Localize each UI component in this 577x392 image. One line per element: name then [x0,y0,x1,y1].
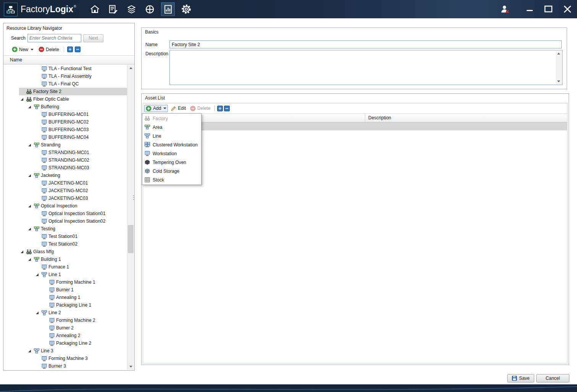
scrollbar-thumb[interactable] [128,225,134,253]
tree-item[interactable]: Test Station02 [4,240,127,248]
tree-item[interactable]: Forming Machine 2 [4,316,127,324]
delete-button[interactable]: Delete [37,46,61,53]
tree-item[interactable]: Packaging Line 2 [4,339,127,347]
tree-item[interactable]: Jacketing [4,172,127,179]
collapse-all-button[interactable] [75,47,81,52]
home-icon[interactable] [88,2,102,16]
tree-collapse-toggle-icon[interactable] [27,258,32,261]
document-stack-icon[interactable] [124,2,138,16]
add-menu-item-workstation[interactable]: Workstation [142,149,201,158]
expand-all-button[interactable] [217,106,223,111]
search-input[interactable] [27,34,81,42]
tree-item[interactable]: BUFFERING-MC01 [4,111,127,118]
tree-item[interactable]: Test Station01 [4,233,127,240]
tree-item[interactable]: Annealing 1 [4,294,127,301]
tree-item[interactable]: Factory Site 2 [4,88,127,95]
tree-item[interactable]: Furnace 1 [4,263,127,271]
tree-collapse-toggle-icon[interactable] [27,205,32,207]
target-icon[interactable] [143,2,156,16]
tree-item[interactable]: Line 1 [4,271,127,278]
tree-item[interactable]: TLA - Functional Test [4,65,127,72]
tree-collapse-toggle-icon[interactable] [34,312,40,314]
tree-item[interactable]: BUFFERING-MC02 [4,118,127,126]
tree-item[interactable]: Stranding [4,141,127,149]
add-menu: FactoryAreaLineClustered WorkstationWork… [142,113,201,185]
tree-item[interactable]: Glass Mfg [4,248,127,255]
scroll-up-icon[interactable] [556,51,562,56]
document-edit-icon[interactable] [106,2,120,16]
tree-item[interactable]: TLA - Final Assembly [4,72,127,80]
description-field[interactable] [169,50,562,85]
tree-item[interactable]: Line 3 [4,347,127,355]
titlebar-nav [88,0,193,18]
tree-item[interactable]: STRANDING-MC01 [4,149,127,156]
maximize-icon[interactable] [543,4,553,14]
tree-collapse-toggle-icon[interactable] [19,251,25,253]
report-icon[interactable] [161,2,175,16]
edit-button[interactable]: Edit [169,105,187,112]
panel-splitter[interactable] [132,193,135,202]
collapse-all-button[interactable] [224,106,230,111]
add-menu-item-tempering-oven[interactable]: Tempering Oven [142,158,201,167]
tree-column-header[interactable]: Name [3,55,134,64]
tree-collapse-toggle-icon[interactable] [27,350,32,352]
tree-item-label: Optical Inspection [41,203,77,209]
tree-item[interactable]: STRANDING-MC02 [4,156,127,164]
add-menu-item-clustered-workstation[interactable]: Clustered Workstation [142,140,201,149]
scroll-down-icon[interactable] [556,79,562,84]
tree-item[interactable]: Forming Machine 1 [4,278,127,286]
tree-item-label: Stranding [41,142,60,148]
tree-item[interactable]: JACKETING-MC02 [4,187,127,194]
tree-collapse-toggle-icon[interactable] [27,174,32,177]
tree-item[interactable]: Optical Inspection Station02 [4,217,127,225]
workstation-icon [49,302,55,308]
add-menu-item-cold-storage[interactable]: Cold Storage [142,167,201,175]
add-menu-item-area[interactable]: Area [142,123,201,132]
scroll-down-icon[interactable] [127,363,134,370]
tree-item[interactable]: STRANDING-MC03 [4,164,127,172]
tree-item[interactable]: Forming Machine 3 [4,355,127,362]
save-button[interactable]: Save [507,374,534,382]
tree-item[interactable]: BUFFERING-MC04 [4,133,127,141]
tree-collapse-toggle-icon[interactable] [27,106,32,108]
tree-item[interactable]: BUFFERING-MC03 [4,126,127,133]
tree-item[interactable]: Optical Inspection [4,202,127,210]
tree-item[interactable]: Fiber Optic Cable [4,95,127,103]
tree-item[interactable]: JACKETING-MC01 [4,179,127,187]
tree-collapse-toggle-icon[interactable] [27,144,32,146]
gear-icon[interactable] [179,2,193,16]
tree-item[interactable]: JACKETING-MC03 [4,194,127,202]
tree-item[interactable]: Buffering [4,103,127,111]
tree-item-label: Fiber Optic Cable [33,96,69,102]
tree-item[interactable]: Building 1 [4,255,127,263]
tree-collapse-toggle-icon[interactable] [19,98,25,101]
name-field[interactable] [169,40,562,48]
tree-item[interactable]: Testing [4,225,127,233]
tree-collapse-toggle-icon[interactable] [34,273,40,276]
expand-all-button[interactable] [67,47,73,52]
tree-scrollbar[interactable] [127,65,134,370]
next-button[interactable]: Next [83,34,103,42]
tree-collapse-toggle-icon[interactable] [27,228,32,230]
scroll-up-icon[interactable] [127,65,134,71]
column-header-description[interactable]: Description [365,114,567,122]
tree-item[interactable]: Burner 2 [4,324,127,332]
new-button[interactable]: New [10,46,35,53]
add-menu-item-stock[interactable]: Stock [142,175,201,184]
tree-item[interactable]: Line 2 [4,309,127,316]
tree-item[interactable]: Annealing 2 [4,332,127,339]
tree-item[interactable]: Packaging Line 1 [4,301,127,309]
tree-item-label: Factory Site 2 [33,89,61,94]
minimize-icon[interactable] [525,5,534,14]
description-scrollbar[interactable] [556,51,562,84]
tree-item[interactable]: Optical Inspection Station01 [4,210,127,217]
user-status-icon[interactable] [500,0,510,18]
close-icon[interactable] [562,4,572,14]
cancel-button[interactable]: Cancel [536,374,569,382]
tree-item[interactable]: TLA - Final QC [4,80,127,88]
tree-item[interactable]: Burner 3 [4,362,127,370]
tree-item[interactable]: Burner 1 [4,286,127,294]
add-button[interactable]: Add [144,105,168,112]
asset-table-selected-row[interactable] [143,122,567,130]
add-menu-item-line[interactable]: Line [142,132,201,140]
